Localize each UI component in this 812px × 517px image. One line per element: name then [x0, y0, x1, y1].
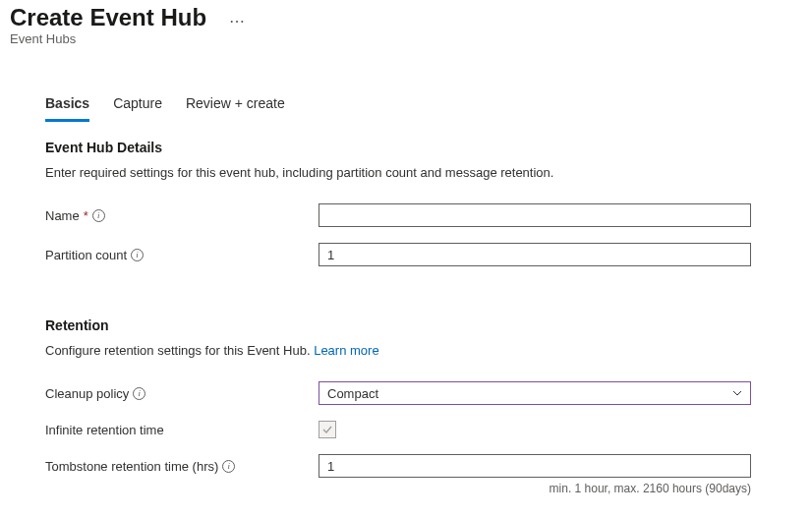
name-input[interactable]: [319, 203, 751, 227]
tabs: Basics Capture Review + create: [10, 95, 812, 122]
page-title: Create Event Hub: [10, 4, 206, 31]
section-desc-details: Enter required settings for this event h…: [45, 165, 783, 180]
partition-count-input[interactable]: [319, 243, 751, 266]
infinite-retention-checkbox: [319, 421, 336, 438]
more-options-icon[interactable]: ⋯: [229, 12, 245, 30]
tab-capture[interactable]: Capture: [113, 95, 162, 122]
cleanup-policy-value: Compact: [327, 386, 378, 401]
section-desc-retention: Configure retention settings for this Ev…: [45, 343, 783, 358]
info-icon[interactable]: i: [131, 249, 144, 261]
required-asterisk: *: [84, 208, 88, 223]
infinite-retention-label: Infinite retention time: [45, 423, 319, 437]
section-heading-details: Event Hub Details: [45, 140, 783, 155]
cleanup-policy-label: Cleanup policy i: [45, 386, 319, 401]
tombstone-retention-input[interactable]: [319, 454, 751, 478]
cleanup-policy-select[interactable]: Compact: [319, 381, 751, 405]
info-icon[interactable]: i: [133, 387, 145, 400]
retention-desc-text: Configure retention settings for this Ev…: [45, 343, 314, 358]
learn-more-link[interactable]: Learn more: [314, 343, 378, 358]
section-heading-retention: Retention: [45, 317, 783, 333]
tombstone-retention-hint: min. 1 hour, max. 2160 hours (90days): [319, 482, 751, 495]
partition-count-label-text: Partition count: [45, 248, 127, 262]
tab-review-create[interactable]: Review + create: [186, 95, 285, 122]
info-icon[interactable]: i: [92, 209, 105, 222]
info-icon[interactable]: i: [222, 460, 235, 473]
name-label: Name * i: [45, 208, 319, 223]
tab-basics[interactable]: Basics: [45, 95, 89, 122]
tombstone-retention-label-text: Tombstone retention time (hrs): [45, 459, 218, 474]
name-label-text: Name: [45, 208, 80, 223]
infinite-retention-label-text: Infinite retention time: [45, 423, 164, 437]
checkmark-icon: [321, 424, 333, 435]
tombstone-retention-label: Tombstone retention time (hrs) i: [45, 459, 319, 474]
breadcrumb: Event Hubs: [10, 31, 812, 46]
partition-count-label: Partition count i: [45, 248, 319, 262]
cleanup-policy-label-text: Cleanup policy: [45, 386, 129, 401]
